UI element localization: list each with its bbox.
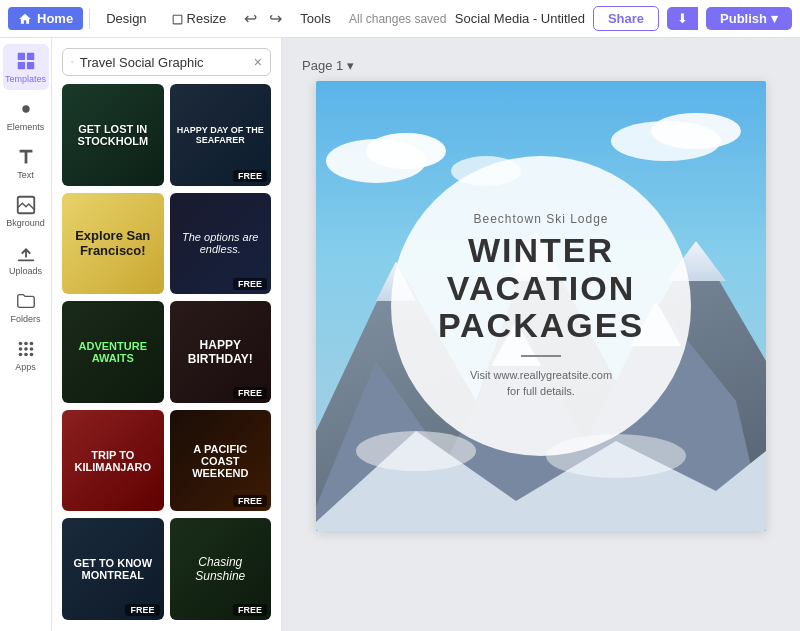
template-text-birthday: HAPPY BIRTHDAY!: [175, 338, 266, 366]
free-badge-montreal: FREE: [125, 604, 159, 616]
canvas-frame[interactable]: Beechtown Ski Lodge WINTER VACATION PACK…: [316, 81, 766, 531]
folders-label: Folders: [10, 314, 40, 324]
svg-rect-3: [26, 62, 33, 69]
text-icon: [15, 146, 37, 168]
free-badge-options: FREE: [233, 278, 267, 290]
resize-button[interactable]: Resize: [161, 7, 237, 30]
sidebar-item-elements[interactable]: Elements: [3, 92, 49, 138]
svg-point-19: [366, 133, 446, 169]
elements-label: Elements: [7, 122, 45, 132]
sidebar-item-templates[interactable]: Templates: [3, 44, 49, 90]
canvas-divider: [521, 355, 561, 357]
canvas-content-circle: Beechtown Ski Lodge WINTER VACATION PACK…: [391, 156, 691, 456]
svg-point-15: [71, 61, 73, 63]
canvas-title-line1: WINTER: [468, 231, 614, 269]
svg-point-7: [24, 342, 28, 346]
share-button[interactable]: Share: [593, 6, 659, 31]
home-label: Home: [37, 11, 73, 26]
free-badge-pacific: FREE: [233, 495, 267, 507]
folders-icon: [15, 290, 37, 312]
svg-line-16: [73, 63, 74, 64]
svg-point-14: [29, 353, 33, 357]
home-button[interactable]: Home: [8, 7, 83, 30]
publish-chevron-icon: ▾: [771, 11, 778, 26]
template-card-sf[interactable]: Explore San Francisco!: [62, 193, 164, 295]
svg-rect-1: [26, 53, 33, 60]
template-card-pacific[interactable]: A PACIFIC COAST WEEKENDFREE: [170, 410, 272, 512]
template-text-seafarer: HAPPY DAY OF THE SEAFARER: [175, 125, 266, 145]
doc-title: Social Media - Untitled: [455, 11, 585, 26]
template-card-kilimanjaro[interactable]: TRIP TO KILIMANJARO: [62, 410, 164, 512]
svg-point-10: [24, 347, 28, 351]
redo-button[interactable]: ↪: [265, 5, 286, 32]
download-group: ⬇: [667, 7, 698, 30]
template-text-options: The options are endless.: [175, 231, 266, 255]
canvas-area[interactable]: Page 1 ▾: [282, 38, 800, 631]
template-text-montreal: GET TO KNOW MONTREAL: [67, 557, 158, 581]
svg-rect-0: [17, 53, 24, 60]
templates-icon: [15, 50, 37, 72]
svg-point-4: [22, 105, 29, 112]
publish-button[interactable]: Publish ▾: [706, 7, 792, 30]
background-label: Bkground: [6, 218, 45, 228]
free-badge-birthday: FREE: [233, 387, 267, 399]
sidebar-item-background[interactable]: Bkground: [3, 188, 49, 234]
template-text-pacific: A PACIFIC COAST WEEKEND: [175, 443, 266, 479]
template-card-montreal[interactable]: GET TO KNOW MONTREALFREE: [62, 518, 164, 620]
uploads-label: Uploads: [9, 266, 42, 276]
template-card-seafarer[interactable]: HAPPY DAY OF THE SEAFARERFREE: [170, 84, 272, 186]
canvas-url-line2: for full details.: [507, 385, 575, 397]
template-text-adventure: ADVENTURE AWAITS: [67, 340, 158, 364]
nav-divider-1: [89, 9, 90, 29]
resize-icon: [171, 13, 184, 26]
uploads-icon: [15, 242, 37, 264]
template-card-adventure[interactable]: ADVENTURE AWAITS: [62, 301, 164, 403]
home-icon: [18, 12, 32, 26]
sidebar-item-apps[interactable]: Apps: [3, 332, 49, 378]
template-card-birthday[interactable]: HAPPY BIRTHDAY!FREE: [170, 301, 272, 403]
topnav: Home Design Resize ↩ ↪ Tools All changes…: [0, 0, 800, 38]
template-grid: GET LOST IN STOCKHOLMHAPPY DAY OF THE SE…: [52, 84, 281, 631]
sidebar-item-folders[interactable]: Folders: [3, 284, 49, 330]
apps-icon: [15, 338, 37, 360]
download-button[interactable]: ⬇: [667, 7, 698, 30]
sidebar-item-uploads[interactable]: Uploads: [3, 236, 49, 282]
template-text-sf: Explore San Francisco!: [67, 228, 158, 258]
canvas-title-line3: PACKAGES: [438, 306, 644, 344]
canvas-url: Visit www.reallygreatsite.com for full d…: [470, 367, 612, 400]
page-label[interactable]: Page 1 ▾: [302, 58, 354, 73]
svg-point-12: [18, 353, 22, 357]
svg-point-6: [18, 342, 22, 346]
nav-right: Social Media - Untitled Share ⬇ Publish …: [455, 6, 792, 31]
search-icon: [71, 55, 74, 69]
design-button[interactable]: Design: [96, 7, 156, 30]
svg-point-13: [24, 353, 28, 357]
search-input[interactable]: [80, 55, 248, 70]
apps-label: Apps: [15, 362, 36, 372]
sidebar-item-text[interactable]: Text: [3, 140, 49, 186]
svg-point-21: [651, 113, 741, 149]
template-text-sunshine: Chasing Sunshine: [175, 555, 266, 583]
text-label: Text: [17, 170, 34, 180]
svg-point-9: [18, 347, 22, 351]
template-text-kilimanjaro: TRIP TO KILIMANJARO: [67, 449, 158, 473]
elements-icon: [15, 98, 37, 120]
canvas-title: WINTER VACATION PACKAGES: [438, 232, 644, 344]
publish-label: Publish: [720, 11, 767, 26]
page-dropdown-icon: ▾: [347, 58, 354, 73]
search-clear-button[interactable]: ×: [254, 54, 262, 70]
template-card-options[interactable]: The options are endless.FREE: [170, 193, 272, 295]
template-card-stockholm[interactable]: GET LOST IN STOCKHOLM: [62, 84, 164, 186]
canvas-subtitle: Beechtown Ski Lodge: [473, 212, 608, 226]
autosave-status: All changes saved: [345, 12, 451, 26]
templates-label: Templates: [5, 74, 46, 84]
search-container: ×: [62, 48, 271, 76]
template-card-sunshine[interactable]: Chasing SunshineFREE: [170, 518, 272, 620]
tools-button[interactable]: Tools: [290, 7, 340, 30]
canvas-url-line1: Visit www.reallygreatsite.com: [470, 369, 612, 381]
canvas-title-line2: VACATION: [447, 269, 636, 307]
page-number: Page 1: [302, 58, 343, 73]
undo-button[interactable]: ↩: [240, 5, 261, 32]
svg-point-11: [29, 347, 33, 351]
background-icon: [15, 194, 37, 216]
